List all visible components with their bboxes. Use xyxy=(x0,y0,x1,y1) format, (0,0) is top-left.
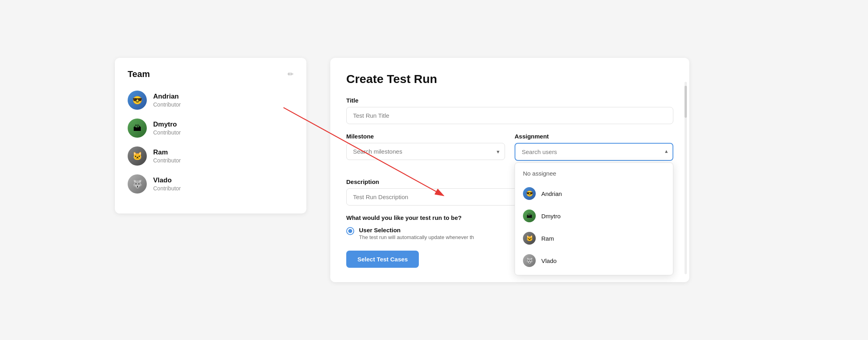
avatar-vlado: 🐺 xyxy=(128,174,147,194)
avatar-ram: 🐱 xyxy=(128,146,147,166)
team-member-vlado: 🐺 Vlado Contributor xyxy=(128,174,294,194)
dropdown-item-andrian[interactable]: 😎 Andrian xyxy=(515,182,673,205)
milestone-input[interactable] xyxy=(346,143,505,160)
dropdown-item-dmytro[interactable]: 🏔 Dmytro xyxy=(515,205,673,227)
dropdown-name-dmytro: Dmytro xyxy=(541,213,560,219)
member-role-andrian: Contributor xyxy=(153,101,181,108)
assignment-dropdown: No assignee 😎 Andrian 🏔 Dmytro 🐱 Ram xyxy=(515,162,673,275)
assignment-input[interactable] xyxy=(515,143,673,161)
scrollbar-thumb xyxy=(685,86,687,118)
no-assignee-option[interactable]: No assignee xyxy=(515,166,673,182)
member-info-ram: Ram Contributor xyxy=(153,148,181,164)
member-info-dmytro: Dmytro Contributor xyxy=(153,121,181,136)
dropdown-avatar-andrian: 😎 xyxy=(523,187,536,200)
avatar-andrian: 😎 xyxy=(128,91,147,110)
team-panel: Team ✏ 😎 Andrian Contributor 🏔 Dmytro Co… xyxy=(115,58,306,213)
scrollbar-track[interactable] xyxy=(685,82,687,274)
create-panel-title: Create Test Run xyxy=(346,72,673,86)
milestone-group: Milestone ▾ xyxy=(346,133,505,161)
radio-inner xyxy=(348,229,352,233)
title-input[interactable] xyxy=(346,107,673,124)
assignment-label: Assignment xyxy=(515,133,673,140)
avatar-dmytro: 🏔 xyxy=(128,119,147,138)
assignment-select-wrapper: ▾ xyxy=(515,143,673,161)
dropdown-name-vlado: Vlado xyxy=(541,257,556,264)
title-label: Title xyxy=(346,97,673,104)
member-name-ram: Ram xyxy=(153,148,181,156)
team-member-ram: 🐱 Ram Contributor xyxy=(128,146,294,166)
team-member-dmytro: 🏔 Dmytro Contributor xyxy=(128,119,294,138)
milestone-assignment-row: Milestone ▾ Assignment ▾ No assignee 😎 xyxy=(346,133,673,170)
member-role-dmytro: Contributor xyxy=(153,129,181,136)
member-info-andrian: Andrian Contributor xyxy=(153,93,181,108)
dropdown-item-vlado[interactable]: 🐺 Vlado xyxy=(515,249,673,272)
create-panel: Create Test Run Title Milestone ▾ Assign… xyxy=(330,58,689,282)
edit-icon[interactable]: ✏ xyxy=(288,70,294,79)
radio-desc: The test run will automatically update w… xyxy=(359,234,474,240)
milestone-label: Milestone xyxy=(346,133,505,140)
member-name-vlado: Vlado xyxy=(153,176,181,184)
member-role-ram: Contributor xyxy=(153,157,181,164)
dropdown-avatar-vlado: 🐺 xyxy=(523,254,536,267)
page-wrapper: Team ✏ 😎 Andrian Contributor 🏔 Dmytro Co… xyxy=(115,58,753,282)
radio-name: User Selection xyxy=(359,227,474,233)
dropdown-name-ram: Ram xyxy=(541,235,554,242)
dropdown-item-ram[interactable]: 🐱 Ram xyxy=(515,227,673,249)
member-info-vlado: Vlado Contributor xyxy=(153,176,181,192)
team-member-andrian: 😎 Andrian Contributor xyxy=(128,91,294,110)
milestone-select-wrapper: ▾ xyxy=(346,143,505,160)
member-role-vlado: Contributor xyxy=(153,185,181,192)
select-test-cases-button[interactable]: Select Test Cases xyxy=(346,251,419,268)
team-header: Team ✏ xyxy=(128,69,294,79)
assignment-group: Assignment ▾ No assignee 😎 Andrian 🏔 Dmy… xyxy=(515,133,673,161)
dropdown-avatar-ram: 🐱 xyxy=(523,232,536,245)
team-title: Team xyxy=(128,69,150,79)
dropdown-avatar-dmytro: 🏔 xyxy=(523,210,536,222)
radio-circle-user-selection xyxy=(346,227,354,235)
radio-text: User Selection The test run will automat… xyxy=(359,227,474,240)
dropdown-name-andrian: Andrian xyxy=(541,190,562,197)
member-name-dmytro: Dmytro xyxy=(153,121,181,128)
title-group: Title xyxy=(346,97,673,124)
member-name-andrian: Andrian xyxy=(153,93,181,101)
